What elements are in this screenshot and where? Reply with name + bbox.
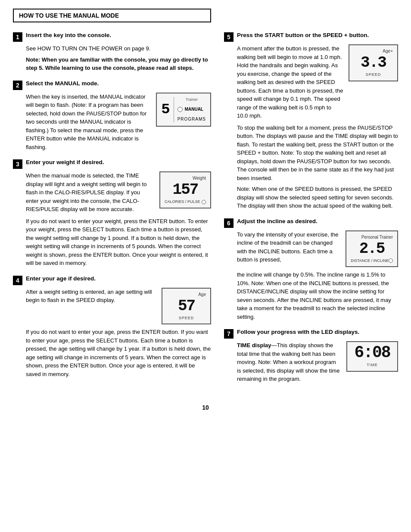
- step-6-display-label-bottom: DISTANCE / INCLINE: [351, 258, 393, 264]
- step-4-extra: If you do not want to enter your age, pr…: [26, 328, 211, 378]
- step-7: 7 Follow your progress with the LED disp…: [224, 329, 398, 383]
- step-6-title: Adjust the incline as desired.: [237, 218, 318, 224]
- step-2-title: Select the MANUAL mode.: [26, 80, 99, 87]
- step-1-title: Insert the key into the console.: [26, 32, 111, 38]
- step-4-display-label-bottom: SPEED: [167, 315, 206, 321]
- step-5-display-label-bottom: SPEED: [354, 72, 393, 78]
- step-5-title: Press the START button or the SPEED + bu…: [237, 32, 369, 38]
- step-3-display: Weight 157 CALORIES / PULSE: [159, 171, 211, 208]
- page-number: 10: [13, 404, 398, 411]
- step-3-display-label-top: Weight: [165, 175, 206, 181]
- step-3-display-label-bottom: CALORIES / PULSE: [165, 199, 206, 205]
- step-2-display: 5 Trainer MANUAL PROGRAMS: [156, 93, 211, 127]
- step-2-number: 2: [13, 81, 22, 90]
- step-5: 5 Press the START button or the SPEED + …: [224, 32, 398, 210]
- step-7-display-digit: 6:08: [352, 345, 393, 361]
- step-6-display-digit: 2.5: [351, 241, 393, 257]
- step-1-number: 1: [13, 32, 22, 42]
- programs-label: PROGRAMS: [177, 116, 206, 122]
- step-3-title: Enter your weight if desired.: [26, 159, 104, 165]
- step-6-display-label-top: Personal Trainer: [351, 234, 393, 240]
- step-4-title: Enter your age if desired.: [26, 275, 96, 282]
- step-7-number: 7: [224, 329, 234, 339]
- distance-incline-label: DISTANCE / INCLINE: [351, 258, 389, 264]
- step-5-para3: Note: When one of the SPEED buttons is p…: [237, 185, 398, 210]
- step-1-body: See HOW TO TURN ON THE POWER on page 9. …: [26, 44, 211, 72]
- step-4-display: Age 57 SPEED: [162, 288, 211, 325]
- step-5-para2: To stop the walking belt for a moment, p…: [237, 124, 398, 183]
- step-3-number: 3: [13, 159, 22, 169]
- step-3-text: When the manual mode is selected, the TI…: [26, 171, 154, 214]
- step-6: 6 Adjust the incline as desired. To vary…: [224, 218, 398, 321]
- step-1-para-2: Note: When you are familiar with the con…: [26, 56, 211, 72]
- manual-label: MANUAL: [185, 106, 203, 112]
- incline-dot: [389, 258, 393, 263]
- step-5-display-label-top: Age+: [354, 48, 393, 54]
- step-1: 1 Insert the key into the console. See H…: [13, 32, 211, 72]
- step-2-body: When the key is inserted, the MANUAL ind…: [26, 93, 211, 152]
- step-6-number: 6: [224, 218, 234, 228]
- manual-indicator: MANUAL: [177, 106, 206, 112]
- step-3-extra: If you do not want to enter your weight,…: [26, 217, 211, 268]
- calories-pulse-label: CALORIES / PULSE: [165, 199, 200, 205]
- manual-circle-icon: [177, 107, 183, 112]
- step-5-body: A moment after the button is pressed, th…: [237, 44, 398, 210]
- step-7-display-label-bottom: TIME: [352, 362, 393, 368]
- right-column: 5 Press the START button or the SPEED + …: [224, 32, 398, 391]
- step-5-number: 5: [224, 32, 234, 42]
- step-5-display: Age+ 3.3 SPEED: [349, 44, 398, 81]
- step-4: 4 Enter your age if desired. After a wei…: [13, 275, 211, 379]
- step-2-display-digit: 5: [161, 97, 174, 123]
- step-3-display-digit: 157: [165, 182, 206, 198]
- step-6-para2: the incline will change by 0.5%. The inc…: [237, 271, 398, 321]
- step-3-body: When the manual mode is selected, the TI…: [26, 171, 211, 268]
- step-7-body: TIME display—This display shows the tota…: [237, 341, 398, 383]
- step-5-text: A moment after the button is pressed, th…: [237, 44, 343, 120]
- header-title: HOW TO USE THE MANUAL MODE: [19, 12, 119, 19]
- step-6-text: To vary the intensity of your exercise, …: [237, 230, 340, 264]
- step-4-display-label-top: Age: [167, 291, 206, 298]
- step-2: 2 Select the MANUAL mode. When the key i…: [13, 80, 211, 152]
- header-box: HOW TO USE THE MANUAL MODE: [13, 9, 211, 22]
- step-1-para-1: See HOW TO TURN ON THE POWER on page 9.: [26, 44, 211, 53]
- step-2-display-labels: Trainer MANUAL PROGRAMS: [177, 97, 206, 123]
- step-6-display: Personal Trainer 2.5 DISTANCE / INCLINE: [346, 230, 398, 268]
- step-7-text: TIME display—This display shows the tota…: [237, 341, 341, 383]
- step-7-title: Follow your progress with the LED displa…: [237, 329, 359, 335]
- step-5-display-digit: 3.3: [354, 55, 393, 71]
- step-4-number: 4: [13, 276, 22, 285]
- left-column: 1 Insert the key into the console. See H…: [13, 32, 211, 391]
- step-4-body: After a weight setting is entered, an ag…: [26, 288, 211, 379]
- trainer-label: Trainer: [177, 97, 206, 103]
- step-6-body: To vary the intensity of your exercise, …: [237, 230, 398, 321]
- step-3: 3 Enter your weight if desired. When the…: [13, 159, 211, 268]
- step-7-display: 6:08 TIME: [346, 341, 398, 372]
- step-4-display-digit: 57: [167, 299, 206, 314]
- step-4-text: After a weight setting is entered, an ag…: [26, 288, 156, 305]
- step-2-text: When the key is inserted, the MANUAL ind…: [26, 93, 151, 152]
- pulse-dot: [202, 200, 206, 204]
